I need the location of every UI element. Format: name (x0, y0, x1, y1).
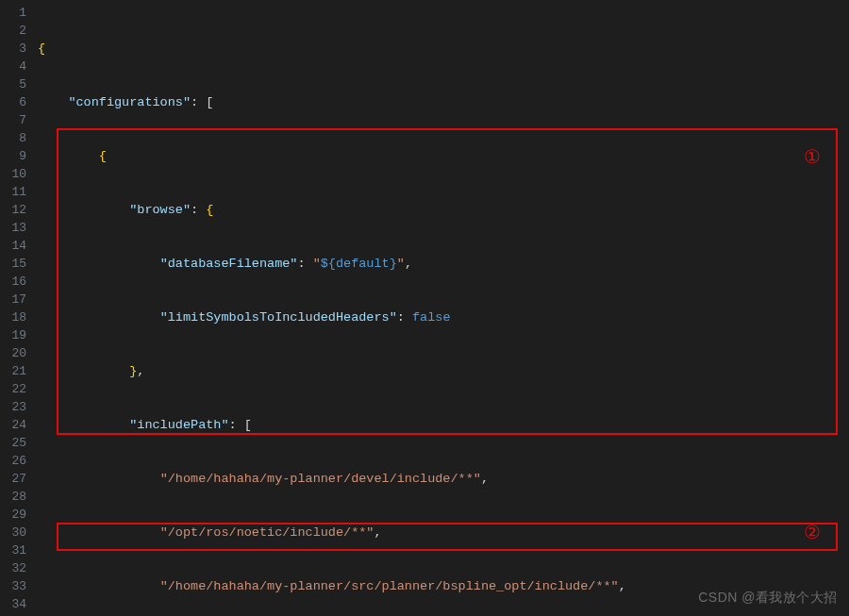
key-databaseFilename: "databaseFilename" (160, 257, 298, 271)
watermark-text: CSDN @看我放个大招 (698, 590, 838, 607)
line-number: 30 (4, 524, 26, 541)
line-number: 9 (4, 147, 26, 165)
line-number: 18 (4, 308, 26, 326)
line-number: 13 (4, 219, 26, 237)
line-number: 4 (4, 58, 26, 75)
line-number: 22 (4, 380, 26, 398)
line-number: 25 (4, 434, 26, 452)
line-number: 32 (4, 559, 26, 577)
line-number: 23 (4, 398, 26, 416)
line-number: 19 (4, 326, 26, 344)
line-number: 31 (4, 541, 26, 559)
line-number: 11 (4, 183, 26, 201)
line-number: 28 (4, 488, 26, 506)
line-number: 5 (4, 75, 26, 93)
line-number: 17 (4, 291, 26, 308)
line-number: 7 (4, 111, 26, 129)
annotation-circle-1: ① (804, 149, 821, 167)
key-includePath: "includePath" (129, 418, 228, 432)
line-number: 26 (4, 452, 26, 470)
line-number: 8 (4, 129, 26, 147)
key-browse: "browse" (129, 203, 191, 217)
line-number: 12 (4, 201, 26, 219)
include-path: "/home/hahaha/my-planner/devel/include/*… (160, 472, 481, 486)
line-number: 14 (4, 237, 26, 255)
line-number: 16 (4, 273, 26, 291)
key-limitSymbols: "limitSymbolsToIncludedHeaders" (160, 310, 397, 325)
line-number: 24 (4, 416, 26, 434)
include-path: "/home/hahaha/my-planner/src/planner/bsp… (160, 579, 619, 593)
include-path: "/opt/ros/noetic/include/**" (160, 525, 375, 540)
line-number: 10 (4, 165, 26, 183)
highlight-box-1 (57, 128, 838, 435)
line-number: 20 (4, 344, 26, 362)
line-number: 33 (4, 577, 26, 595)
line-number: 2 (4, 22, 26, 40)
line-gutter: 1234567891011121314151617181920212223242… (0, 0, 36, 616)
var-default: ${default} (321, 257, 397, 271)
code-area[interactable]: { "configurations": [ { "browse": { "dat… (36, 0, 849, 616)
line-number: 1 (4, 4, 26, 22)
line-number: 27 (4, 470, 26, 488)
editor-pane: 1234567891011121314151617181920212223242… (0, 0, 849, 616)
line-number: 3 (4, 40, 26, 58)
value-false: false (412, 310, 451, 325)
line-number: 34 (4, 595, 26, 613)
key-configurations: "configurations" (68, 95, 191, 109)
line-number: 15 (4, 255, 26, 273)
annotation-circle-2: ② (804, 524, 821, 542)
line-number: 29 (4, 506, 26, 524)
line-number: 21 (4, 362, 26, 380)
line-number: 6 (4, 93, 26, 111)
